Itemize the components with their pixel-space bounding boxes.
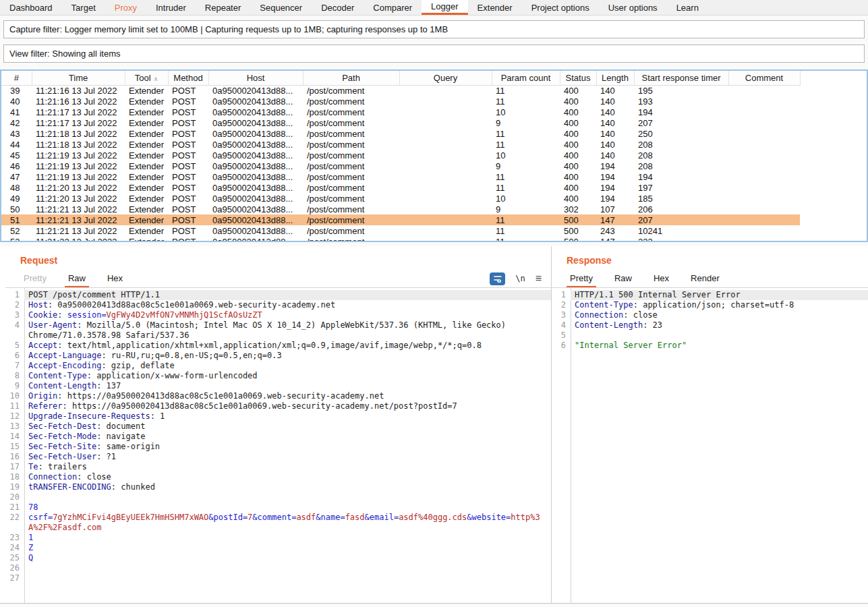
- header-cell-path[interactable]: Path: [303, 71, 399, 85]
- request-tab-hex[interactable]: Hex: [104, 270, 126, 287]
- cell-length: 243: [596, 225, 634, 236]
- cell-timer: 207: [634, 214, 728, 225]
- code-line: 24Z: [5, 543, 551, 553]
- menu-item-learn[interactable]: Learn: [667, 0, 708, 15]
- menu-item-repeater[interactable]: Repeater: [196, 0, 250, 15]
- header-cell-host[interactable]: Host: [208, 71, 303, 85]
- request-tab-pretty[interactable]: Pretty: [20, 270, 50, 287]
- line-number: 2: [5, 300, 24, 310]
- menu-item-logger[interactable]: Logger: [422, 0, 467, 15]
- cell-num: 52: [1, 225, 32, 236]
- table-row[interactable]: 5011:21:21 13 Jul 2022ExtenderPOST0a9500…: [1, 204, 800, 214]
- cell-status: 500: [560, 225, 596, 236]
- table-row-selected[interactable]: 5111:21:21 13 Jul 2022ExtenderPOST0a9500…: [1, 214, 800, 225]
- cell-path: /post/comment: [303, 182, 399, 193]
- menu-item-dashboard[interactable]: Dashboard: [0, 0, 62, 15]
- table-row[interactable]: 5311:21:22 13 Jul 2022ExtenderPOST0a9500…: [1, 236, 800, 242]
- cell-length: 140: [596, 139, 634, 150]
- table-row[interactable]: 4211:21:17 13 Jul 2022ExtenderPOST0a9500…: [1, 117, 800, 128]
- table-row[interactable]: 4311:21:18 13 Jul 2022ExtenderPOST0a9500…: [1, 128, 800, 139]
- menu-item-sequencer[interactable]: Sequencer: [250, 0, 312, 15]
- line-number: 27: [5, 573, 24, 583]
- header-cell-[interactable]: #: [1, 71, 32, 85]
- cell-method: POST: [168, 139, 208, 150]
- menu-icon[interactable]: ≡: [536, 273, 542, 284]
- code-text: [24, 492, 551, 502]
- cell-timer: 185: [634, 193, 728, 204]
- cell-num: 42: [1, 117, 32, 128]
- menu-item-target[interactable]: Target: [62, 0, 105, 15]
- header-cell-param-count[interactable]: Param count: [492, 71, 560, 85]
- response-tab-render[interactable]: Render: [687, 270, 723, 287]
- table-row[interactable]: 5211:21:21 13 Jul 2022ExtenderPOST0a9500…: [1, 225, 800, 236]
- header-cell-length[interactable]: Length: [596, 71, 634, 85]
- response-tab-raw[interactable]: Raw: [611, 270, 635, 287]
- table-row[interactable]: 4711:21:19 13 Jul 2022ExtenderPOST0a9500…: [1, 171, 800, 182]
- code-line: 3Cookie: session=VgFWy4D2vMfON7vMNMhjQ1S…: [5, 310, 551, 320]
- line-number: 10: [5, 391, 24, 401]
- cell-path: /post/comment: [303, 204, 399, 214]
- cell-tool: Extender: [125, 214, 168, 225]
- cell-comment: [728, 139, 800, 150]
- cell-method: POST: [168, 128, 208, 139]
- cell-status: 500: [560, 236, 596, 242]
- cell-path: /post/comment: [303, 161, 399, 171]
- line-number: 11: [5, 401, 24, 411]
- capture-filter-bar[interactable]: Capture filter: Logger memory limit set …: [3, 20, 865, 38]
- code-line: 27: [5, 573, 551, 583]
- cell-path: /post/comment: [303, 107, 399, 117]
- menu-item-intruder[interactable]: Intruder: [146, 0, 196, 15]
- cell-param_count: 10: [492, 193, 560, 204]
- header-cell-time[interactable]: Time: [32, 71, 125, 85]
- cell-query: [399, 96, 492, 107]
- cell-query: [399, 214, 492, 225]
- menu-item-user-options[interactable]: User options: [599, 0, 667, 15]
- cell-length: 140: [596, 107, 634, 117]
- header-cell-status[interactable]: Status: [560, 71, 596, 85]
- menu-item-decoder[interactable]: Decoder: [312, 0, 364, 15]
- table-row[interactable]: 4411:21:18 13 Jul 2022ExtenderPOST0a9500…: [1, 139, 800, 150]
- cell-param_count: 11: [492, 85, 560, 96]
- wrap-toggle-button[interactable]: [490, 272, 505, 285]
- line-number: 19: [5, 482, 24, 492]
- menu-item-comparer[interactable]: Comparer: [364, 0, 422, 15]
- cell-query: [399, 139, 492, 150]
- table-row[interactable]: 4011:21:16 13 Jul 2022ExtenderPOST0a9500…: [1, 96, 800, 107]
- cell-param_count: 11: [492, 139, 560, 150]
- table-row[interactable]: 3911:21:16 13 Jul 2022ExtenderPOST0a9500…: [1, 85, 800, 96]
- view-filter-bar[interactable]: View filter: Showing all items: [3, 45, 865, 63]
- code-text: [571, 330, 868, 341]
- cell-param_count: 9: [492, 161, 560, 171]
- table-row[interactable]: 4811:21:20 13 Jul 2022ExtenderPOST0a9500…: [1, 182, 800, 193]
- cell-num: 48: [1, 182, 32, 193]
- cell-param_count: 11: [492, 96, 560, 107]
- line-number: 4: [5, 320, 24, 341]
- table-row[interactable]: 4911:21:20 13 Jul 2022ExtenderPOST0a9500…: [1, 193, 800, 204]
- response-tab-hex[interactable]: Hex: [650, 270, 672, 287]
- cell-query: [399, 182, 492, 193]
- table-row[interactable]: 4611:21:19 13 Jul 2022ExtenderPOST0a9500…: [1, 161, 800, 171]
- response-editor[interactable]: 1HTTP/1.1 500 Internal Server Error2Cont…: [552, 288, 868, 603]
- logger-table-body: 3911:21:16 13 Jul 2022ExtenderPOST0a9500…: [1, 85, 800, 242]
- menu-item-proxy[interactable]: Proxy: [105, 0, 146, 15]
- code-text: Content-Type: application/x-www-form-url…: [24, 371, 551, 381]
- newline-icon[interactable]: \n: [515, 274, 525, 283]
- cell-status: 400: [560, 139, 596, 150]
- cell-query: [399, 193, 492, 204]
- header-cell-tool[interactable]: Tool∧: [125, 71, 168, 85]
- code-line: 6Accept-Language: ru-RU,ru;q=0.8,en-US;q…: [5, 351, 551, 361]
- code-text: Accept: text/html,application/xhtml+xml,…: [24, 341, 551, 351]
- response-tab-pretty[interactable]: Pretty: [567, 270, 596, 287]
- request-tab-raw[interactable]: Raw: [65, 270, 89, 287]
- menu-item-extender[interactable]: Extender: [468, 0, 522, 15]
- table-row[interactable]: 4111:21:17 13 Jul 2022ExtenderPOST0a9500…: [1, 107, 800, 117]
- table-row[interactable]: 4511:21:19 13 Jul 2022ExtenderPOST0a9500…: [1, 150, 800, 161]
- cell-comment: [728, 225, 800, 236]
- header-cell-query[interactable]: Query: [399, 71, 492, 85]
- header-cell-method[interactable]: Method: [168, 71, 208, 85]
- menu-item-project-options[interactable]: Project options: [522, 0, 599, 15]
- header-cell-comment[interactable]: Comment: [728, 71, 800, 85]
- header-cell-start-response-timer[interactable]: Start response timer: [634, 71, 728, 85]
- request-editor[interactable]: 1POST /post/comment HTTP/1.12Host: 0a950…: [5, 288, 551, 603]
- cell-length: 194: [596, 171, 634, 182]
